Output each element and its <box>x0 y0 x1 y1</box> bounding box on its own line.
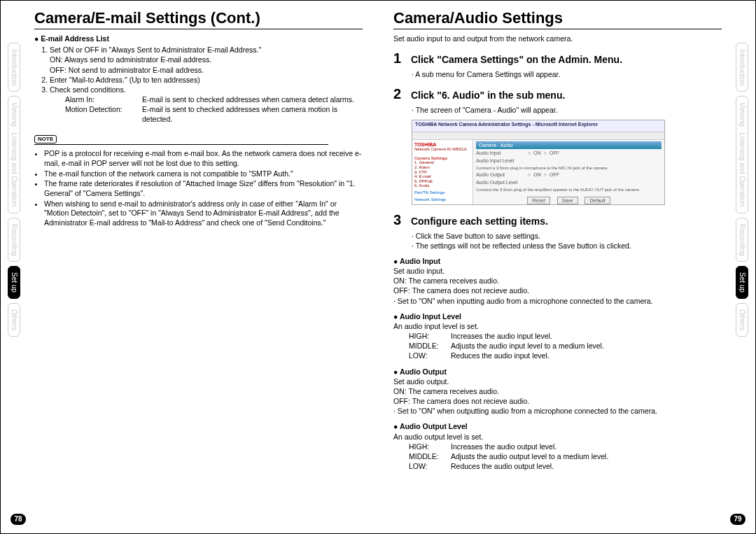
audio-output: Audio Output Set audio output. ON: The c… <box>393 367 722 416</box>
page-number-right: 79 <box>730 514 746 525</box>
email-step-3: Check send conditions. Alarm In:E-mail i… <box>50 85 363 125</box>
tab-setup-r[interactable]: Set up <box>736 266 748 299</box>
content-left: E-mail Address List Set ON or OFF in "Al… <box>34 34 363 227</box>
page-left: Introduction Viewing · Listening and Ope… <box>1 1 378 533</box>
email-step-1: Set ON or OFF in "Always Sent to Adminis… <box>50 45 363 75</box>
ss-save-button[interactable]: Save <box>557 197 578 204</box>
note-2: The e-mail function of the network camer… <box>44 169 363 179</box>
ss-sidebar: TOSHIBA Network Camera IK-WB21A Camera S… <box>412 140 473 205</box>
tab-recording-r[interactable]: Recording <box>736 218 748 262</box>
note-3: The frame rate deteriorates if resolutio… <box>44 179 363 198</box>
note-label: NOTE <box>34 134 328 146</box>
step-1: 1 Click "Camera Settings" on the Admin. … <box>393 49 722 68</box>
note-list: POP is a protocol for receiving e-mail f… <box>44 149 363 227</box>
tab-viewing[interactable]: Viewing · Listening and Operation <box>8 96 20 213</box>
audio-input: Audio Input Set audio input. ON: The cam… <box>393 256 722 306</box>
embedded-screenshot: TOSHIBA Network Camera Administrator Set… <box>412 120 665 205</box>
ss-reset-button[interactable]: Reset <box>527 197 550 204</box>
audio-input-level: Audio Input Level An audio input level i… <box>393 311 722 361</box>
page-number-left: 78 <box>10 514 26 525</box>
page-title-right: Camera/Audio Settings <box>393 9 722 29</box>
note-4: When wishing to send e-mail to administr… <box>44 199 363 228</box>
email-step-2: Enter "Mail-to Address." (Up to ten addr… <box>50 75 363 85</box>
content-right: Set audio input to and output from the n… <box>393 34 722 471</box>
tab-introduction-r[interactable]: Introduction <box>736 43 748 92</box>
tab-introduction[interactable]: Introduction <box>8 43 20 92</box>
step-3: 3 Configure each setting items. <box>393 211 722 230</box>
manual-spread: Introduction Viewing · Listening and Ope… <box>1 1 755 533</box>
tab-others-r[interactable]: Others <box>736 303 748 337</box>
intro-text: Set audio input to and output from the n… <box>393 34 722 43</box>
ss-default-button[interactable]: Default <box>584 197 610 204</box>
side-tabs-left: Introduction Viewing · Listening and Ope… <box>8 43 20 337</box>
page-title-left: Camera/E-mail Settings (Cont.) <box>34 9 363 29</box>
tab-viewing-r[interactable]: Viewing · Listening and Operation <box>736 96 748 213</box>
note-1: POP is a protocol for receiving e-mail f… <box>44 149 363 168</box>
email-steps: Set ON or OFF in "Always Sent to Adminis… <box>34 45 363 124</box>
audio-output-level: Audio Output Level An audio output level… <box>393 421 722 471</box>
email-list-header: E-mail Address List <box>34 34 363 43</box>
tab-others[interactable]: Others <box>8 303 20 337</box>
side-tabs-right: Introduction Viewing · Listening and Ope… <box>736 43 748 337</box>
page-right: Introduction Viewing · Listening and Ope… <box>378 1 755 533</box>
tab-recording[interactable]: Recording <box>8 218 20 262</box>
step-2: 2 Click "6. Audio" in the sub menu. <box>393 85 722 104</box>
ss-main: Camera - Audio Audio Input○ON○OFF Audio … <box>473 140 664 205</box>
tab-setup[interactable]: Set up <box>8 266 20 299</box>
